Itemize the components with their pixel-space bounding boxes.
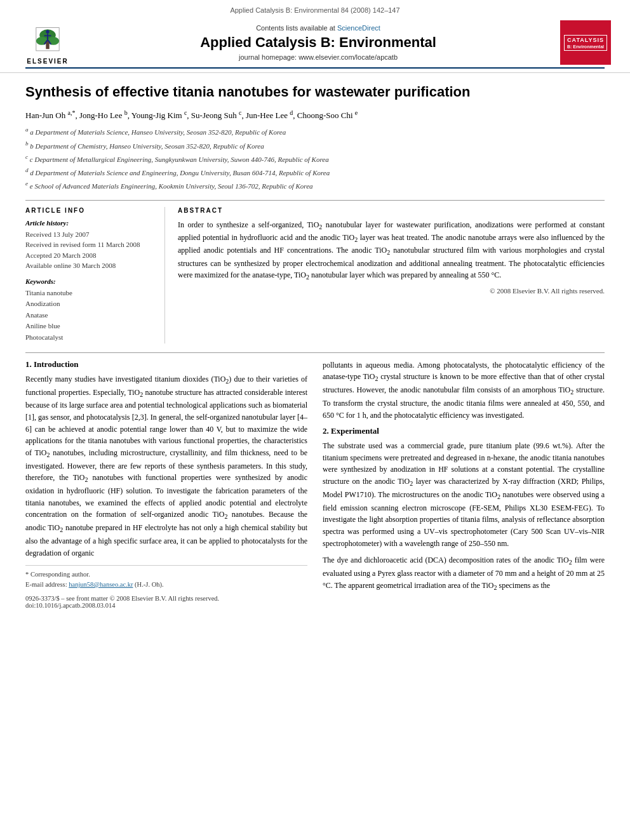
abstract-title: ABSTRACT: [178, 207, 605, 214]
author-oh: Han-Jun Oh a,*,: [25, 110, 79, 120]
journal-title: Applied Catalysis B: Environmental: [89, 34, 547, 51]
keyword-3: Anatase: [25, 310, 154, 321]
keyword-2: Anodization: [25, 298, 154, 310]
section2-heading: 2. Experimental: [323, 426, 605, 436]
affil-e: e e School of Advanced Materials Enginee…: [25, 179, 605, 192]
available-date: Available online 30 March 2008: [25, 260, 154, 271]
experimental-paragraph-2: The dye and dichloroacetic acid (DCA) de…: [323, 554, 605, 592]
experimental-paragraph-1: The substrate used was a commercial grad…: [323, 440, 605, 549]
doi-line: doi:10.1016/j.apcatb.2008.03.014: [25, 602, 307, 609]
page: Applied Catalysis B: Environmental 84 (2…: [0, 0, 630, 840]
main-columns: 1. Introduction Recently many studies ha…: [25, 359, 605, 609]
svg-point-5: [46, 30, 49, 33]
affil-b: b b Department of Chemistry, Hanseo Univ…: [25, 139, 605, 152]
corresponding-author-note: * Corresponding author.: [25, 570, 307, 580]
left-column: 1. Introduction Recently many studies ha…: [25, 359, 307, 609]
author-lee-jh2: Jun-Hee Lee d,: [246, 110, 297, 120]
abstract-section: ABSTRACT In order to synthesize a self-o…: [178, 207, 605, 343]
section1-heading: 1. Introduction: [25, 359, 307, 370]
rights-reserved: 0926-3373/$ – see front matter © 2008 El…: [25, 595, 307, 602]
elsevier-wordmark: ELSEVIER: [27, 58, 68, 65]
email-note: E-mail address: hanjun58@hanseo.ac.kr (H…: [25, 580, 307, 590]
sciencedirect-link[interactable]: ScienceDirect: [337, 24, 380, 32]
revised-date: Received in revised form 11 March 2008: [25, 239, 154, 250]
divider-1: [25, 200, 605, 201]
article-title: Synthesis of effective titania nanotubes…: [25, 83, 605, 102]
keyword-5: Photocatalyst: [25, 332, 154, 343]
catalysis-logo-text: CATALYSIS: [567, 37, 604, 43]
author-lee-jh: Jong-Ho Lee b,: [79, 110, 131, 120]
contents-available: Contents lists available at ScienceDirec…: [89, 24, 547, 32]
journal-citation: Applied Catalysis B: Environmental 84 (2…: [13, 6, 617, 14]
intro-continuation: pollutants in aqueous media. Among photo…: [323, 359, 605, 422]
article-info: ARTICLE INFO Article history: Received 1…: [25, 207, 165, 343]
author-chi: Choong-Soo Chi e: [297, 110, 358, 120]
affil-d: d d Department of Materials Science and …: [25, 166, 605, 178]
intro-paragraph: Recently many studies have investigated …: [25, 373, 307, 559]
affil-a: a a Department of Materials Science, Han…: [25, 125, 605, 138]
abstract-text: In order to synthesize a self-organized,…: [178, 219, 605, 283]
affiliations: a a Department of Materials Science, Han…: [25, 125, 605, 192]
header-divider: [25, 67, 605, 69]
received-date: Received 13 July 2007: [25, 229, 154, 240]
affil-c: c c Department of Metallurgical Engineer…: [25, 152, 605, 165]
article-body: Synthesis of effective titania nanotubes…: [0, 73, 630, 619]
article-info-title: ARTICLE INFO: [25, 207, 154, 214]
catalysis-logo: CATALYSIS B: Environmental: [560, 20, 611, 65]
footnote-area: * Corresponding author. E-mail address: …: [25, 565, 307, 609]
elsevier-tree-icon: [29, 25, 67, 57]
divider-2: [25, 352, 605, 353]
keywords-title: Keywords:: [25, 277, 154, 285]
copyright-line: © 2008 Elsevier B.V. All rights reserved…: [178, 287, 605, 295]
bottom-notice: 0926-3373/$ – see front matter © 2008 El…: [25, 595, 307, 609]
info-abstract-section: ARTICLE INFO Article history: Received 1…: [25, 207, 605, 343]
journal-header: Applied Catalysis B: Environmental 84 (2…: [0, 0, 630, 73]
journal-homepage: journal homepage: www.elsevier.com/locat…: [89, 53, 547, 61]
email-link[interactable]: hanjun58@hanseo.ac.kr: [69, 581, 133, 588]
accepted-date: Accepted 20 March 2008: [25, 250, 154, 261]
authors-line: Han-Jun Oh a,*, Jong-Ho Lee b, Young-Jig…: [25, 108, 605, 122]
header-center: Contents lists available at ScienceDirec…: [76, 24, 560, 61]
keyword-4: Aniline blue: [25, 321, 154, 332]
author-kim: Young-Jig Kim c,: [131, 110, 191, 120]
right-column: pollutants in aqueous media. Among photo…: [323, 359, 605, 609]
elsevier-logo: ELSEVIER: [19, 20, 76, 65]
keyword-1: Titania nanotube: [25, 288, 154, 299]
history-title: Article history:: [25, 219, 154, 227]
author-suh: Su-Jeong Suh c,: [191, 110, 246, 120]
